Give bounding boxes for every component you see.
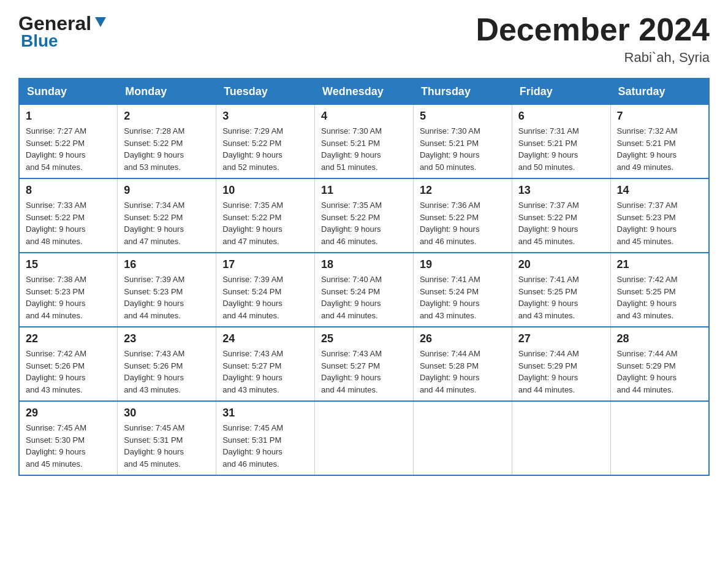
day-info: Sunrise: 7:41 AMSunset: 5:24 PMDaylight:…: [420, 274, 506, 321]
day-info: Sunrise: 7:29 AMSunset: 5:22 PMDaylight:…: [222, 125, 308, 173]
calendar-cell: 28Sunrise: 7:44 AMSunset: 5:29 PMDayligh…: [610, 327, 709, 401]
day-info: Sunrise: 7:44 AMSunset: 5:28 PMDaylight:…: [420, 348, 506, 396]
day-info: Sunrise: 7:27 AMSunset: 5:22 PMDaylight:…: [26, 125, 111, 173]
day-header-tuesday: Tuesday: [216, 79, 315, 105]
day-info: Sunrise: 7:45 AMSunset: 5:31 PMDaylight:…: [124, 422, 210, 470]
day-number: 1: [26, 110, 111, 123]
day-number: 8: [26, 184, 111, 197]
day-number: 21: [617, 258, 702, 271]
day-info: Sunrise: 7:35 AMSunset: 5:22 PMDaylight:…: [222, 199, 308, 247]
day-info: Sunrise: 7:43 AMSunset: 5:27 PMDaylight:…: [222, 348, 308, 396]
day-header-wednesday: Wednesday: [315, 79, 414, 105]
day-number: 26: [420, 332, 506, 345]
day-info: Sunrise: 7:39 AMSunset: 5:24 PMDaylight:…: [222, 274, 308, 321]
day-number: 10: [222, 184, 308, 197]
day-info: Sunrise: 7:42 AMSunset: 5:25 PMDaylight:…: [617, 274, 702, 321]
day-number: 12: [420, 184, 506, 197]
day-number: 2: [124, 110, 210, 123]
day-header-monday: Monday: [118, 79, 216, 105]
page-header: General Blue December 2024 Rabi`ah, Syri…: [18, 12, 710, 66]
calendar-cell: 30Sunrise: 7:45 AMSunset: 5:31 PMDayligh…: [118, 401, 216, 475]
day-number: 27: [518, 332, 604, 345]
day-number: 6: [518, 110, 604, 123]
svg-marker-0: [95, 17, 106, 27]
logo-arrow-icon: [94, 15, 107, 31]
day-info: Sunrise: 7:30 AMSunset: 5:21 PMDaylight:…: [321, 125, 407, 173]
calendar-week-row: 1Sunrise: 7:27 AMSunset: 5:22 PMDaylight…: [19, 105, 709, 179]
day-number: 19: [420, 258, 506, 271]
calendar-cell: [610, 401, 709, 475]
calendar-cell: 19Sunrise: 7:41 AMSunset: 5:24 PMDayligh…: [413, 253, 512, 327]
day-number: 14: [617, 184, 702, 197]
calendar-cell: 29Sunrise: 7:45 AMSunset: 5:30 PMDayligh…: [19, 401, 118, 475]
calendar-cell: [413, 401, 512, 475]
calendar-cell: 5Sunrise: 7:30 AMSunset: 5:21 PMDaylight…: [413, 105, 512, 179]
day-number: 4: [321, 110, 407, 123]
day-number: 17: [222, 258, 308, 271]
calendar-table: SundayMondayTuesdayWednesdayThursdayFrid…: [18, 78, 710, 476]
calendar-cell: 8Sunrise: 7:33 AMSunset: 5:22 PMDaylight…: [19, 178, 118, 253]
day-header-friday: Friday: [512, 79, 610, 105]
calendar-cell: 31Sunrise: 7:45 AMSunset: 5:31 PMDayligh…: [216, 401, 315, 475]
calendar-cell: 21Sunrise: 7:42 AMSunset: 5:25 PMDayligh…: [610, 253, 709, 327]
calendar-cell: 7Sunrise: 7:32 AMSunset: 5:21 PMDaylight…: [610, 105, 709, 179]
calendar-cell: 3Sunrise: 7:29 AMSunset: 5:22 PMDaylight…: [216, 105, 315, 179]
location-subtitle: Rabi`ah, Syria: [476, 50, 710, 66]
calendar-cell: 6Sunrise: 7:31 AMSunset: 5:21 PMDaylight…: [512, 105, 610, 179]
calendar-cell: 27Sunrise: 7:44 AMSunset: 5:29 PMDayligh…: [512, 327, 610, 401]
calendar-week-row: 29Sunrise: 7:45 AMSunset: 5:30 PMDayligh…: [19, 401, 709, 475]
day-info: Sunrise: 7:31 AMSunset: 5:21 PMDaylight:…: [518, 125, 604, 173]
day-info: Sunrise: 7:35 AMSunset: 5:22 PMDaylight:…: [321, 199, 407, 247]
calendar-week-row: 8Sunrise: 7:33 AMSunset: 5:22 PMDaylight…: [19, 178, 709, 253]
calendar-cell: 26Sunrise: 7:44 AMSunset: 5:28 PMDayligh…: [413, 327, 512, 401]
calendar-cell: [512, 401, 610, 475]
calendar-cell: 10Sunrise: 7:35 AMSunset: 5:22 PMDayligh…: [216, 178, 315, 253]
day-number: 7: [617, 110, 702, 123]
calendar-week-row: 22Sunrise: 7:42 AMSunset: 5:26 PMDayligh…: [19, 327, 709, 401]
calendar-cell: 18Sunrise: 7:40 AMSunset: 5:24 PMDayligh…: [315, 253, 414, 327]
day-info: Sunrise: 7:36 AMSunset: 5:22 PMDaylight:…: [420, 199, 506, 247]
calendar-cell: 11Sunrise: 7:35 AMSunset: 5:22 PMDayligh…: [315, 178, 414, 253]
calendar-cell: 23Sunrise: 7:43 AMSunset: 5:26 PMDayligh…: [118, 327, 216, 401]
day-info: Sunrise: 7:40 AMSunset: 5:24 PMDaylight:…: [321, 274, 407, 321]
day-number: 23: [124, 332, 210, 345]
day-info: Sunrise: 7:43 AMSunset: 5:26 PMDaylight:…: [124, 348, 210, 396]
calendar-cell: 9Sunrise: 7:34 AMSunset: 5:22 PMDaylight…: [118, 178, 216, 253]
day-number: 24: [222, 332, 308, 345]
calendar-cell: 16Sunrise: 7:39 AMSunset: 5:23 PMDayligh…: [118, 253, 216, 327]
day-number: 28: [617, 332, 702, 345]
day-info: Sunrise: 7:45 AMSunset: 5:30 PMDaylight:…: [26, 422, 111, 470]
day-number: 20: [518, 258, 604, 271]
day-info: Sunrise: 7:44 AMSunset: 5:29 PMDaylight:…: [518, 348, 604, 396]
day-number: 22: [26, 332, 111, 345]
day-number: 13: [518, 184, 604, 197]
calendar-cell: [315, 401, 414, 475]
day-info: Sunrise: 7:39 AMSunset: 5:23 PMDaylight:…: [124, 274, 210, 321]
day-info: Sunrise: 7:33 AMSunset: 5:22 PMDaylight:…: [26, 199, 111, 247]
calendar-cell: 12Sunrise: 7:36 AMSunset: 5:22 PMDayligh…: [413, 178, 512, 253]
day-header-sunday: Sunday: [19, 79, 118, 105]
day-info: Sunrise: 7:34 AMSunset: 5:22 PMDaylight:…: [124, 199, 210, 247]
day-number: 11: [321, 184, 407, 197]
calendar-cell: 20Sunrise: 7:41 AMSunset: 5:25 PMDayligh…: [512, 253, 610, 327]
logo-blue-text: Blue: [21, 31, 58, 51]
day-header-thursday: Thursday: [413, 79, 512, 105]
day-number: 3: [222, 110, 308, 123]
day-info: Sunrise: 7:43 AMSunset: 5:27 PMDaylight:…: [321, 348, 407, 396]
calendar-cell: 13Sunrise: 7:37 AMSunset: 5:22 PMDayligh…: [512, 178, 610, 253]
title-block: December 2024 Rabi`ah, Syria: [476, 12, 710, 66]
day-number: 30: [124, 407, 210, 419]
calendar-cell: 2Sunrise: 7:28 AMSunset: 5:22 PMDaylight…: [118, 105, 216, 179]
day-number: 15: [26, 258, 111, 271]
day-info: Sunrise: 7:45 AMSunset: 5:31 PMDaylight:…: [222, 422, 308, 470]
calendar-cell: 22Sunrise: 7:42 AMSunset: 5:26 PMDayligh…: [19, 327, 118, 401]
calendar-week-row: 15Sunrise: 7:38 AMSunset: 5:23 PMDayligh…: [19, 253, 709, 327]
calendar-header-row: SundayMondayTuesdayWednesdayThursdayFrid…: [19, 79, 709, 105]
day-info: Sunrise: 7:41 AMSunset: 5:25 PMDaylight:…: [518, 274, 604, 321]
calendar-cell: 1Sunrise: 7:27 AMSunset: 5:22 PMDaylight…: [19, 105, 118, 179]
day-info: Sunrise: 7:30 AMSunset: 5:21 PMDaylight:…: [420, 125, 506, 173]
calendar-cell: 25Sunrise: 7:43 AMSunset: 5:27 PMDayligh…: [315, 327, 414, 401]
main-title: December 2024: [476, 12, 710, 47]
day-info: Sunrise: 7:38 AMSunset: 5:23 PMDaylight:…: [26, 274, 111, 321]
logo: General Blue: [18, 12, 107, 51]
